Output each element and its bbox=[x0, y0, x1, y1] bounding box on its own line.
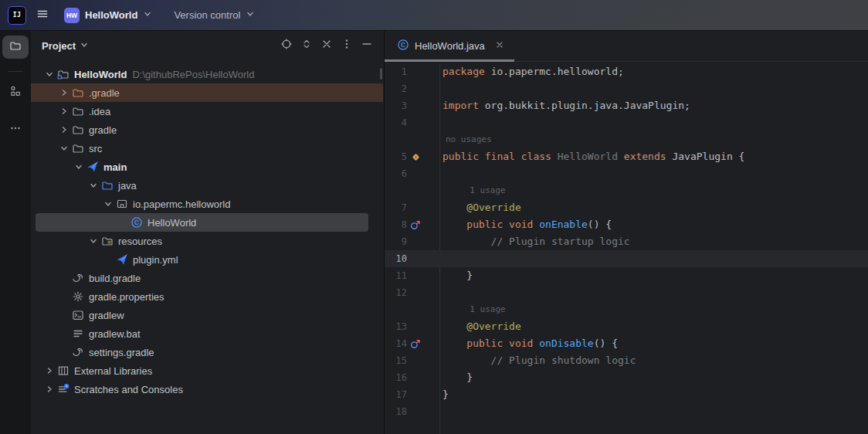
code-text: // Plugin shutdown logic bbox=[442, 352, 636, 369]
usage-hint[interactable]: 1 usage bbox=[442, 301, 506, 318]
code-line: 13 @Override bbox=[385, 318, 868, 335]
code-text: // Plugin startup logic bbox=[442, 233, 630, 250]
code-text: @Override bbox=[442, 318, 521, 335]
tree-row-java[interactable]: java bbox=[31, 176, 383, 195]
line-number: 6 bbox=[385, 165, 407, 182]
tree-row-idea[interactable]: .idea bbox=[31, 102, 383, 120]
options-button[interactable] bbox=[339, 38, 354, 53]
inlay-hint-line: no usages bbox=[385, 131, 868, 148]
chevron-spacer bbox=[56, 290, 71, 303]
tree-row-gradle[interactable]: gradle bbox=[31, 120, 383, 139]
folder-excluded-icon bbox=[71, 86, 85, 99]
kebab-icon bbox=[341, 38, 353, 53]
tree-row-label: gradlew.bat bbox=[89, 328, 141, 340]
tree-row-helloworld[interactable]: HelloWorldD:\githubRePos\HelloWorld bbox=[31, 65, 383, 83]
plugin-gutter-icon[interactable] bbox=[410, 151, 422, 163]
usage-hint[interactable]: no usages bbox=[442, 131, 492, 148]
tree-row-label: resources bbox=[118, 236, 162, 247]
chevron-down-icon[interactable] bbox=[86, 179, 100, 192]
code-text: @Override bbox=[442, 199, 521, 216]
svg-text:C: C bbox=[401, 41, 405, 49]
svg-text:C: C bbox=[134, 219, 139, 226]
tab-helloworld-java[interactable]: C HelloWorld.java bbox=[385, 31, 514, 61]
code-text: } bbox=[442, 386, 449, 403]
code-text: } bbox=[442, 267, 473, 284]
chevron-right-icon[interactable] bbox=[56, 124, 71, 136]
tree-row-gradlew[interactable]: gradlew bbox=[31, 306, 383, 324]
vcs-widget[interactable]: Version control bbox=[168, 6, 260, 24]
gradle-icon bbox=[71, 272, 85, 284]
override-gutter-icon[interactable] bbox=[410, 219, 422, 231]
tree-row-main[interactable]: main bbox=[31, 158, 383, 176]
tree-row-label: settings.gradle bbox=[89, 347, 154, 358]
chevron-right-icon[interactable] bbox=[56, 105, 71, 117]
chevron-down-icon[interactable] bbox=[71, 161, 86, 173]
hamburger-menu-icon[interactable] bbox=[31, 4, 54, 27]
chevron-spacer bbox=[56, 346, 71, 358]
stripe-project-button[interactable] bbox=[2, 36, 29, 59]
line-number: 7 bbox=[385, 199, 407, 216]
code-line: 10 bbox=[385, 250, 868, 267]
tree-row-label: build.gradle bbox=[89, 273, 141, 284]
tree-row-label: gradlew bbox=[89, 310, 124, 321]
override-gutter-icon[interactable] bbox=[410, 338, 422, 350]
tree-row-src[interactable]: src bbox=[31, 139, 383, 158]
project-widget[interactable]: HW HelloWorld bbox=[59, 5, 158, 26]
tree-row-settings-gradle[interactable]: settings.gradle bbox=[31, 343, 383, 361]
chevron-right-icon[interactable] bbox=[42, 383, 56, 395]
chevron-down-icon bbox=[143, 9, 152, 21]
package-icon bbox=[115, 198, 129, 210]
tree-row-label: gradle.properties bbox=[89, 291, 164, 303]
project-panel-header: Project bbox=[31, 31, 384, 60]
chevron-right-icon[interactable] bbox=[56, 86, 71, 99]
tree-row-build-gradle[interactable]: build.gradle bbox=[31, 269, 383, 287]
project-folder-icon bbox=[56, 68, 70, 80]
chevron-down-icon[interactable] bbox=[100, 198, 115, 210]
project-view-selector[interactable]: Project bbox=[42, 40, 89, 52]
tree-row-gradlew-bat[interactable]: gradlew.bat bbox=[31, 324, 383, 343]
chevron-down-icon[interactable] bbox=[42, 68, 56, 80]
line-number: 12 bbox=[385, 284, 407, 301]
tree-row-scratches-and-consoles[interactable]: Scratches and Consoles bbox=[31, 380, 383, 398]
more-dots-icon bbox=[9, 122, 22, 137]
chevron-right-icon[interactable] bbox=[42, 364, 56, 377]
tree-row-resources[interactable]: resources bbox=[31, 232, 383, 250]
tree-row-io-papermc-helloworld[interactable]: io.papermc.helloworld bbox=[31, 195, 383, 213]
intellij-logo-icon[interactable]: IJ bbox=[8, 6, 26, 25]
folder-icon bbox=[71, 124, 85, 136]
stripe-divider bbox=[8, 71, 23, 72]
tree-row-label: .idea bbox=[89, 106, 110, 117]
line-number: 13 bbox=[385, 318, 407, 335]
code-text: } bbox=[442, 369, 473, 386]
panel-scrollbar[interactable] bbox=[380, 68, 382, 80]
chevron-spacer bbox=[56, 327, 71, 340]
tree-row-external-libraries[interactable]: External Libraries bbox=[31, 361, 383, 380]
library-icon bbox=[56, 364, 70, 377]
usage-hint[interactable]: 1 usage bbox=[442, 182, 506, 199]
tree-row-label: .gradle bbox=[89, 87, 120, 99]
tree-row-gradle[interactable]: .gradle bbox=[31, 83, 383, 102]
line-number: 14 bbox=[385, 335, 407, 352]
tree-row-plugin-yml[interactable]: plugin.yml bbox=[31, 250, 383, 269]
hide-button[interactable] bbox=[359, 38, 375, 53]
locate-file-button[interactable] bbox=[279, 38, 294, 53]
chevron-down-icon[interactable] bbox=[86, 235, 100, 247]
gear-icon bbox=[71, 290, 85, 303]
collapse-all-button[interactable] bbox=[319, 38, 334, 53]
tree-row-gradle-properties[interactable]: gradle.properties bbox=[31, 287, 383, 306]
code-line: 6 bbox=[385, 165, 868, 182]
main-toolbar: IJ HW HelloWorld Version control bbox=[0, 0, 868, 31]
inlay-hint-line: 1 usage bbox=[385, 182, 868, 199]
editor-code[interactable]: 1package io.papermc.helloworld;23import … bbox=[385, 63, 868, 434]
inlay-hint-line: 1 usage bbox=[385, 301, 868, 318]
chevron-spacer bbox=[100, 253, 115, 266]
expand-all-button[interactable] bbox=[299, 38, 314, 53]
tab-label: HelloWorld.java bbox=[415, 40, 485, 52]
chevron-down-icon[interactable] bbox=[56, 142, 71, 154]
gradle-icon bbox=[71, 346, 85, 358]
close-tab-icon[interactable] bbox=[494, 39, 505, 53]
code-text: public final class HelloWorld extends Ja… bbox=[442, 148, 744, 165]
stripe-structure-button[interactable] bbox=[2, 81, 29, 104]
stripe-more-button[interactable] bbox=[2, 118, 29, 141]
tree-row-helloworld[interactable]: CHelloWorld bbox=[36, 213, 368, 232]
